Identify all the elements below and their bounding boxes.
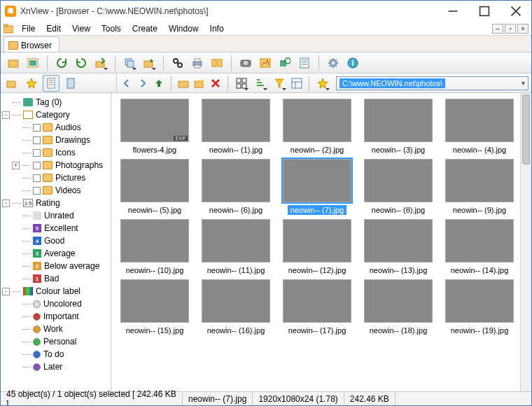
thumbnail-image[interactable] [445, 99, 514, 142]
tree-item[interactable]: Uncolored [2, 298, 109, 310]
tree-item[interactable]: Personal [2, 335, 109, 348]
thumbnail-image[interactable] [283, 279, 351, 323]
thumbnail-image[interactable] [202, 159, 270, 202]
properties-button[interactable] [62, 75, 79, 92]
new-folder-button[interactable] [192, 75, 206, 92]
checkbox[interactable] [33, 162, 41, 169]
thumbnail-image[interactable] [202, 279, 270, 323]
thumbnail-image[interactable] [120, 99, 189, 142]
tree-item[interactable]: To do [2, 348, 109, 360]
tree-item[interactable]: Pictures [2, 172, 109, 184]
menu-file[interactable]: File [16, 22, 41, 35]
thumbnail-image[interactable] [364, 159, 433, 202]
checkbox[interactable] [33, 174, 41, 182]
copy-to-button[interactable] [121, 55, 138, 71]
checkbox[interactable] [33, 136, 41, 144]
checkbox[interactable] [33, 149, 41, 157]
refresh-stop-button[interactable] [73, 55, 90, 71]
thumbnail-image[interactable] [445, 279, 514, 323]
back-button[interactable] [120, 75, 134, 92]
about-button[interactable]: i [344, 55, 361, 71]
batch-convert-button[interactable] [276, 55, 293, 71]
tab-browser[interactable]: Browser [4, 36, 59, 52]
categories-button[interactable] [43, 75, 59, 92]
fullscreen-button[interactable] [24, 55, 41, 71]
chevron-down-icon[interactable]: ▾ [522, 79, 525, 87]
menu-info[interactable]: Info [204, 22, 230, 35]
thumbnail[interactable]: neowin-- (7).jpg [281, 159, 354, 215]
tree-item[interactable]: -Category [2, 108, 109, 121]
sort-button[interactable] [252, 75, 269, 92]
forward-button[interactable] [136, 75, 150, 92]
thumbnail-image[interactable] [445, 159, 514, 202]
thumbnail[interactable]: neowin-- (4).jpg [443, 99, 516, 155]
compare-button[interactable] [209, 55, 225, 71]
slideshow-button[interactable] [257, 55, 274, 71]
mdi-restore-button[interactable]: ▫ [505, 24, 516, 34]
thumbnail[interactable]: neowin-- (3).jpg [362, 99, 435, 155]
menu-edit[interactable]: Edit [41, 22, 66, 35]
filter-button[interactable] [271, 75, 288, 92]
open-button[interactable] [5, 55, 22, 71]
open-folder-button[interactable] [176, 75, 190, 92]
menu-tools[interactable]: Tools [96, 22, 127, 35]
thumbnail-image[interactable] [202, 219, 270, 262]
tree-item[interactable]: Unrated [2, 209, 109, 222]
tree-item[interactable]: 1Bad [2, 272, 109, 285]
tree-item[interactable]: -1-5Rating [2, 197, 109, 209]
menu-create[interactable]: Create [127, 22, 163, 35]
thumbnail[interactable]: neowin-- (15).jpg [118, 279, 191, 335]
thumbnail[interactable]: neowin-- (17).jpg [281, 279, 354, 335]
thumbnail[interactable]: flowers-4.jpg [118, 99, 191, 155]
tree-item[interactable]: Important [2, 310, 109, 323]
favorite-star-button[interactable] [314, 75, 331, 92]
thumbnail[interactable]: neowin-- (6).jpg [200, 159, 272, 215]
thumbnail-image[interactable] [283, 99, 351, 142]
thumbnail-image[interactable] [120, 219, 189, 262]
thumbnail-image[interactable] [283, 159, 351, 202]
tree-item[interactable]: -Colour label [2, 285, 109, 298]
mdi-close-button[interactable]: × [517, 24, 528, 34]
thumbnail[interactable]: neowin-- (1).jpg [200, 99, 272, 155]
refresh-button[interactable] [53, 55, 70, 71]
thumbnail[interactable]: neowin-- (8).jpg [362, 159, 435, 215]
tree-item[interactable]: Audios [2, 121, 109, 134]
print-button[interactable] [189, 55, 206, 71]
mdi-minimize-button[interactable]: – [492, 24, 503, 34]
thumbnail[interactable]: neowin-- (16).jpg [200, 279, 272, 335]
tree-item[interactable]: Later [2, 360, 109, 373]
delete-button[interactable] [209, 75, 223, 92]
tree-item[interactable]: +Photographs [2, 159, 109, 172]
thumbnail[interactable]: neowin-- (11).jpg [200, 219, 272, 275]
up-button[interactable] [152, 75, 166, 92]
thumbnail[interactable]: neowin-- (12).jpg [281, 219, 354, 275]
vertical-scrollbar[interactable] [520, 93, 531, 391]
thumbnail[interactable]: neowin-- (19).jpg [443, 279, 516, 335]
thumbnail[interactable]: neowin-- (9).jpg [443, 159, 516, 215]
view-mode-button[interactable] [233, 75, 250, 92]
tree-item[interactable]: 4Good [2, 234, 109, 247]
menu-window[interactable]: Window [163, 22, 204, 35]
tree-item[interactable]: Tag (0) [2, 96, 109, 108]
edit-metadata-button[interactable] [296, 55, 313, 71]
tree-item[interactable]: Drawings [2, 134, 109, 146]
thumbnail-image[interactable] [364, 219, 433, 262]
layout-button[interactable] [290, 75, 304, 92]
thumbnail-image[interactable] [364, 99, 433, 142]
thumbnail-image[interactable] [120, 279, 189, 323]
thumbnail-image[interactable] [364, 279, 433, 323]
tree-item[interactable]: 5Excellent [2, 222, 109, 234]
checkbox[interactable] [33, 124, 41, 132]
tree-item[interactable]: 3Average [2, 247, 109, 260]
thumbnail[interactable]: neowin-- (14).jpg [443, 219, 516, 275]
thumbnail[interactable]: neowin-- (13).jpg [362, 219, 435, 275]
search-button[interactable] [169, 55, 186, 71]
settings-button[interactable] [325, 55, 342, 71]
thumbnail[interactable]: neowin-- (2).jpg [281, 99, 354, 155]
move-to-button[interactable] [141, 55, 158, 71]
tree-item[interactable]: Videos [2, 184, 109, 197]
tree-item[interactable]: 2Below average [2, 260, 109, 272]
tree-item[interactable]: Icons [2, 146, 109, 159]
close-button[interactable] [500, 1, 531, 22]
tree-item[interactable]: Work [2, 323, 109, 335]
